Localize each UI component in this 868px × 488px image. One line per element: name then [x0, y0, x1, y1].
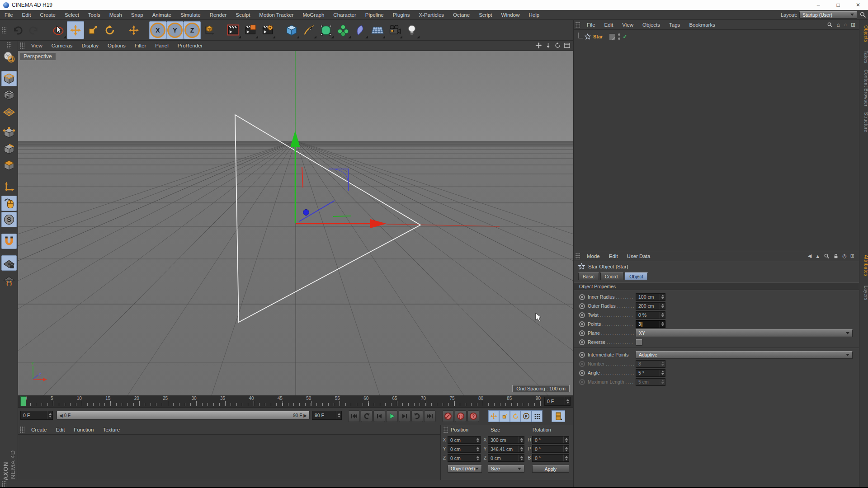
key-rotation-toggle[interactable] [510, 410, 521, 422]
floor-object-button[interactable] [369, 21, 386, 39]
close-button[interactable]: ✕ [848, 0, 868, 10]
history-back-icon[interactable]: ◀ [808, 253, 811, 259]
edit-render-settings-button[interactable] [259, 21, 276, 39]
anim-dot-icon[interactable] [579, 330, 585, 336]
attr-search-icon[interactable] [824, 253, 830, 259]
view-label[interactable]: Perspective [20, 53, 56, 60]
panel-grip[interactable] [443, 427, 448, 433]
om-add-icon[interactable]: ⊞ [851, 22, 855, 28]
history-up-icon[interactable]: ▲ [815, 253, 820, 259]
lock-z-axis[interactable]: Z [184, 21, 201, 39]
rotation-p-field[interactable]: 0 ° [532, 445, 569, 453]
points-field[interactable]: 3 [636, 320, 665, 328]
menu-simulate[interactable]: Simulate [176, 10, 205, 20]
tab-attributes[interactable]: Attributes [859, 255, 868, 276]
tab-layers[interactable]: Layers [859, 286, 868, 300]
enable-snap-button[interactable] [1, 234, 17, 249]
menu-pipeline[interactable]: Pipeline [361, 10, 388, 20]
viewport-menu-view[interactable]: View [27, 41, 47, 51]
loop-button[interactable] [411, 410, 423, 422]
menu-motion-tracker[interactable]: Motion Tracker [255, 10, 298, 20]
outer-radius-field[interactable]: 200 cm [636, 302, 665, 310]
apply-button[interactable]: Apply [532, 465, 569, 473]
lock-y-axis[interactable]: Y [166, 21, 184, 39]
size-z-field[interactable]: 0 cm [488, 454, 524, 462]
size-mode-dropdown[interactable]: Size [488, 465, 524, 473]
material-menu-edit[interactable]: Edit [52, 425, 70, 435]
render-to-picture-viewer-button[interactable] [242, 21, 259, 39]
previous-frame-button[interactable] [373, 410, 385, 422]
scale-tool[interactable] [84, 21, 101, 39]
tab-objects[interactable]: Objects [859, 25, 868, 42]
pan-view-icon[interactable] [535, 42, 542, 49]
key-position-toggle[interactable] [488, 410, 499, 422]
position-y-field[interactable]: 0 cm [448, 445, 481, 453]
quantize-button[interactable] [1, 255, 17, 271]
object-name[interactable]: Star [593, 34, 603, 39]
inner-radius-field[interactable]: 100 cm [636, 293, 665, 301]
soft-selection-button[interactable]: S [1, 212, 17, 227]
twist-field[interactable]: 0 % [636, 311, 665, 319]
anim-dot-icon[interactable] [579, 303, 585, 309]
om-home-icon[interactable]: ⌂ [837, 22, 840, 28]
maximize-button[interactable]: □ [828, 0, 848, 10]
om-search-icon[interactable] [827, 22, 833, 28]
freehand-spline-button[interactable] [300, 21, 317, 39]
menu-animate[interactable]: Animate [148, 10, 176, 20]
panel-grip[interactable] [576, 22, 580, 28]
anim-dot-icon[interactable] [579, 352, 585, 358]
coordinate-system-button[interactable] [201, 21, 218, 39]
render-view-button[interactable] [225, 21, 242, 39]
edges-mode-button[interactable] [1, 141, 17, 157]
key-pla-toggle[interactable] [532, 410, 542, 422]
panel-grip[interactable] [20, 42, 24, 49]
om-menu-tags[interactable]: Tags [665, 20, 684, 30]
viewport-menu-panel[interactable]: Panel [151, 41, 173, 51]
tab-structure[interactable]: Structure [859, 112, 868, 132]
frame-display-field[interactable]: 0 F [544, 397, 571, 406]
rotate-view-icon[interactable] [554, 42, 561, 49]
goto-end-button[interactable] [424, 410, 436, 422]
viewport-menu-display[interactable]: Display [77, 41, 103, 51]
menu-create[interactable]: Create [35, 10, 60, 20]
object-row[interactable]: Star ✓ [578, 33, 627, 41]
menu-tools[interactable]: Tools [84, 10, 105, 20]
redo-button[interactable] [26, 21, 43, 39]
attr-new-window-icon[interactable]: ⊞ [850, 253, 854, 259]
menu-file[interactable]: File [0, 10, 18, 20]
om-menu-bookmarks[interactable]: Bookmarks [684, 20, 720, 30]
position-x-field[interactable]: 0 cm [448, 436, 481, 444]
tab-content-browser[interactable]: Content Browser [859, 70, 868, 107]
end-frame-field[interactable]: 90 F [312, 411, 342, 420]
reverse-checkbox[interactable] [636, 339, 642, 346]
make-editable-button[interactable] [1, 49, 17, 65]
enable-axis-button[interactable] [1, 179, 17, 195]
anim-dot-icon[interactable] [579, 370, 585, 376]
rotation-h-field[interactable]: 0 ° [532, 436, 569, 444]
zoom-view-icon[interactable] [545, 42, 552, 49]
section-header[interactable]: Object Properties [574, 282, 859, 290]
menu-select[interactable]: Select [60, 10, 84, 20]
tab-coord[interactable]: Coord. [600, 272, 624, 280]
array-mograph-button[interactable] [335, 21, 352, 39]
material-menu-texture[interactable]: Texture [98, 425, 124, 435]
menu-character[interactable]: Character [329, 10, 361, 20]
bend-deformer-button[interactable] [352, 21, 369, 39]
plane-dropdown[interactable]: XY [636, 329, 853, 337]
attr-target-icon[interactable]: ◎ [842, 253, 847, 259]
panel-grip[interactable] [20, 427, 24, 433]
om-menu-objects[interactable]: Objects [638, 20, 665, 30]
search-icon[interactable] [859, 11, 866, 18]
menu-snap[interactable]: Snap [127, 10, 148, 20]
camera-object-button[interactable] [386, 21, 403, 39]
size-y-field[interactable]: 346.41 cm [488, 445, 524, 453]
layout-dropdown[interactable]: Startup (User) [799, 11, 857, 19]
viewport-tweak-mode-button[interactable] [1, 196, 17, 211]
menu-render[interactable]: Render [205, 10, 231, 20]
material-menu-function[interactable]: Function [69, 425, 98, 435]
menu-plugins[interactable]: Plugins [388, 10, 415, 20]
rotate-tool[interactable] [101, 21, 118, 39]
menu-script[interactable]: Script [474, 10, 496, 20]
subdivision-surface-button[interactable] [317, 21, 335, 39]
panel-grip[interactable] [2, 481, 6, 487]
